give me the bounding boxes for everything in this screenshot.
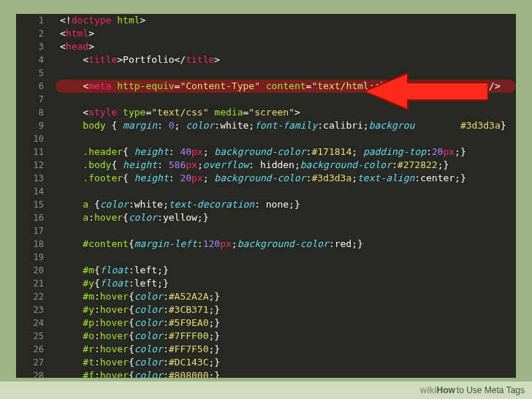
code-line[interactable]: #t:hover{color:#DC143C;}	[60, 356, 516, 369]
code-line[interactable]	[60, 251, 516, 264]
code-line[interactable]	[60, 66, 516, 80]
code-line[interactable]: body { margin: 0; color:white;font-famil…	[60, 119, 516, 132]
line-number: 6	[16, 80, 44, 93]
code-line[interactable]: .footer{ height: 20px; background-color:…	[60, 172, 516, 185]
code-line[interactable]: <html>	[60, 27, 516, 40]
code-line[interactable]: <style type="text/css" media="screen">	[60, 106, 516, 119]
line-number: 23	[16, 303, 44, 316]
line-number: 9	[16, 119, 44, 132]
line-number: 2	[16, 27, 44, 40]
line-number: 28	[16, 369, 44, 378]
line-number: 18	[16, 238, 44, 251]
code-line[interactable]: .header{ height: 40px; background-color:…	[60, 145, 516, 159]
code-line[interactable]: #m{float:left;}	[60, 264, 516, 277]
code-area[interactable]: <!doctype html><html><head> <title>Portf…	[50, 14, 516, 378]
code-line[interactable]: #r:hover{color:#FF7F50;}	[60, 343, 516, 356]
code-line[interactable]: <!doctype html>	[60, 14, 516, 27]
wiki-label: wiki	[420, 385, 437, 395]
code-line[interactable]: #m:hover{color:#A52A2A;}	[60, 290, 516, 303]
line-number: 12	[16, 159, 44, 172]
line-number: 16	[16, 211, 44, 224]
line-number: 4	[16, 53, 44, 66]
code-line[interactable]: .body{ height: 586px;overflow: hidden;ba…	[60, 159, 516, 172]
code-line[interactable]: <head>	[60, 40, 516, 53]
line-number: 13	[16, 172, 44, 185]
line-number: 15	[16, 198, 44, 211]
line-number-gutter: 1234567891011121314151617181920212223242…	[16, 14, 50, 378]
line-number: 19	[16, 251, 44, 264]
code-line[interactable]: #p:hover{color:#5F9EA0;}	[60, 316, 516, 330]
line-number: 1	[16, 14, 44, 27]
code-line[interactable]: #o:hover{color:#7FFF00;}	[60, 330, 516, 343]
code-line[interactable]	[60, 132, 516, 145]
line-number: 25	[16, 330, 44, 343]
line-number: 21	[16, 277, 44, 290]
line-number: 14	[16, 185, 44, 198]
code-editor[interactable]: 1234567891011121314151617181920212223242…	[16, 14, 516, 378]
how-label: How	[436, 385, 455, 395]
code-line[interactable]	[60, 93, 516, 106]
line-number: 8	[16, 106, 44, 119]
attribution-footer: wikiHow to Use Meta Tags	[0, 381, 532, 399]
code-line[interactable]	[60, 224, 516, 238]
line-number: 11	[16, 145, 44, 159]
code-line[interactable]: #f:hover{color:#808000;}	[60, 369, 516, 378]
line-number: 24	[16, 316, 44, 330]
line-number: 3	[16, 40, 44, 53]
code-line[interactable]: #y:hover{color:#3CB371;}	[60, 303, 516, 316]
line-number: 27	[16, 356, 44, 369]
code-line[interactable]: <meta http-equiv="Content-Type" content=…	[56, 80, 516, 93]
code-line[interactable]: a:hover{color:yellow;}	[60, 211, 516, 224]
code-line[interactable]: #content{margin-left:120px;background-co…	[60, 238, 516, 251]
code-line[interactable]	[60, 185, 516, 198]
line-number: 7	[16, 93, 44, 106]
footer-title: to Use Meta Tags	[457, 385, 525, 395]
line-number: 20	[16, 264, 44, 277]
line-number: 22	[16, 290, 44, 303]
code-line[interactable]: a {color:white;text-decoration: none;}	[60, 198, 516, 211]
code-line[interactable]: <title>Portfolio</title>	[60, 53, 516, 66]
line-number: 17	[16, 224, 44, 238]
line-number: 26	[16, 343, 44, 356]
code-line[interactable]: #y{float:left;}	[60, 277, 516, 290]
line-number: 5	[16, 66, 44, 80]
line-number: 10	[16, 132, 44, 145]
